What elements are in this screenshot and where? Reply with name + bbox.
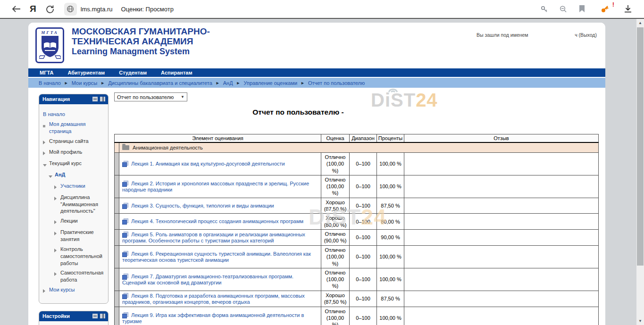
expanded-arrow-icon[interactable] [43, 164, 47, 167]
item-name-cell: Лекция 4. Технологический процесс создан… [119, 214, 321, 230]
percent-cell: 100,00 % [377, 175, 404, 198]
sidebar-item-label: Страницы сайта [49, 138, 89, 145]
grade-item-link[interactable]: Лекция 3. Сущность, функция, типология и… [131, 203, 274, 208]
lesson-icon [122, 293, 128, 299]
browser-toolbar: Я lms.mgta.ru Оценки: Просмотр ! [0, 0, 644, 19]
breadcrumb-separator-icon: ► [64, 81, 68, 85]
lesson-icon [122, 232, 128, 238]
scroll-up-icon[interactable]: ▲ [636, 21, 644, 25]
sidebar-item[interactable]: В начало [43, 111, 106, 118]
collapse-block-icon[interactable] [92, 97, 98, 101]
search-icon[interactable] [557, 3, 569, 15]
indent-cell [115, 307, 119, 325]
grade-report-table: Элемент оцениванияОценкаДиапазонПроценты… [114, 134, 599, 325]
breadcrumb-item-3[interactable]: Дисциплины бакалавриата и специалитета [108, 80, 212, 86]
collapsed-arrow-icon[interactable] [54, 197, 57, 200]
protect-alert-icon[interactable]: ! [599, 3, 611, 15]
grade-item-row: Лекция 4. Технологический процесс создан… [115, 214, 599, 230]
logout-link[interactable]: ч (Выход) [575, 32, 597, 38]
settings-tree: Управление оценкамиОбзорный отчетОтчет п… [39, 321, 108, 325]
sidebar-item[interactable]: АнД [49, 171, 106, 180]
collapse-block-icon[interactable] [92, 314, 98, 318]
site-header: МГТА МОСКОВСКАЯ ГУМАНИТАРНО- ТЕХНИЧЕСКАЯ… [28, 23, 605, 68]
collapsed-arrow-icon[interactable] [54, 249, 57, 252]
breadcrumb-item-1[interactable]: В начало [39, 80, 61, 86]
percent-cell: 80,00 % [377, 214, 404, 230]
collapsed-arrow-icon[interactable] [54, 185, 57, 189]
collapsed-arrow-icon[interactable] [54, 232, 57, 235]
report-type-select[interactable]: Отчет по пользователю ▼ [114, 92, 187, 101]
percent-cell: 100,00 % [377, 268, 404, 291]
sidebar-item: Практические занятия [54, 229, 106, 243]
grade-item-row: Лекция 8. Подготовка и разработка анимац… [115, 291, 599, 307]
indent-cell [115, 291, 119, 307]
back-icon[interactable] [10, 3, 22, 15]
indent-cell [115, 245, 119, 268]
breadcrumb-item-4[interactable]: АнД [223, 80, 233, 86]
grade-item-link[interactable]: Лекция 9. Игра как эффективная форма ани… [122, 312, 304, 324]
grade-item-link[interactable]: Лекция 8. Подготовка и разработка анимац… [122, 293, 305, 305]
grade-item-row: Лекция 2. История и хронология массовых … [115, 175, 599, 198]
collapsed-arrow-icon[interactable] [54, 220, 57, 224]
folder-icon [122, 145, 129, 150]
collapsed-arrow-icon[interactable] [43, 289, 45, 293]
sidebar-item[interactable]: Мои курсы [43, 286, 106, 295]
breadcrumb-item-2[interactable]: Мои курсы [72, 80, 97, 86]
grade-item-link[interactable]: Лекция 1. Анимация как вид культурно-дос… [131, 161, 285, 167]
grade-item-row: Лекция 1. Анимация как вид культурно-дос… [115, 153, 599, 175]
navigation-block-title: Навигация [42, 96, 90, 102]
report-select-value: Отчет по пользователю [117, 94, 174, 100]
grade-cell: Отлично(100,00 %) [321, 268, 350, 291]
breadcrumb-item-5[interactable]: Управление оценками [244, 80, 298, 86]
grade-percent: (100,00 %) [324, 276, 347, 290]
nav-item-3[interactable]: Студентам [119, 70, 147, 75]
sidebar-item[interactable]: Моя домашняя страница [43, 121, 106, 135]
site-title-line3: Learning Managment System [72, 47, 210, 56]
settings-block-title: Настройки [42, 313, 90, 319]
breadcrumb-item-6[interactable]: Отчет по пользователю [308, 80, 365, 86]
navigation-block-header: Навигация [39, 94, 108, 104]
sidebar-item[interactable]: Участники [54, 183, 106, 191]
dock-block-icon[interactable] [100, 97, 105, 101]
grade-item-link[interactable]: Лекция 6. Рекреационная сущность туристс… [122, 251, 311, 263]
scrollbar-thumb[interactable] [637, 27, 644, 266]
yandex-browser-icon[interactable]: Я [30, 4, 36, 14]
collapsed-arrow-icon[interactable] [43, 141, 45, 144]
grade-item-link[interactable]: Лекция 2. История и хронология массовых … [122, 181, 309, 192]
academy-crest-icon [39, 35, 61, 60]
grade-item-link[interactable]: Лекция 7. Драматургия анимационно-театра… [122, 274, 293, 285]
collapsed-arrow-icon[interactable] [43, 151, 45, 155]
bookmark-icon[interactable] [576, 3, 588, 15]
grade-item-link[interactable]: Лекция 5. Роль аниматоров в организации … [122, 232, 305, 243]
address-url[interactable]: lms.mgta.ru [81, 6, 113, 13]
download-icon[interactable] [622, 3, 634, 15]
page-scrollbar[interactable]: ▲ ▼ [636, 19, 644, 325]
nav-item-1[interactable]: МГТА [40, 70, 53, 75]
sidebar-item-label: Дисциплина "Анимационная деятельность" [60, 194, 106, 215]
range-cell: 0–100 [350, 198, 377, 214]
grade-word: Хорошо [324, 215, 347, 221]
collapsed-icon [54, 269, 60, 278]
collapsed-icon [43, 138, 49, 146]
scroll-down-icon[interactable]: ▼ [636, 319, 644, 323]
expanded-arrow-icon[interactable] [49, 175, 52, 178]
nav-item-2[interactable]: Абитуриентам [67, 70, 105, 75]
indent-cell [115, 175, 119, 198]
grade-item-link[interactable]: Лекция 4. Технологический процесс создан… [131, 218, 303, 224]
password-key-icon[interactable] [538, 3, 550, 15]
site-security-chip[interactable] [64, 3, 77, 16]
grade-word: Хорошо [324, 292, 347, 299]
range-cell: 0–100 [350, 229, 377, 245]
grade-percent: (90,00 %) [324, 237, 347, 244]
refresh-icon[interactable] [44, 3, 56, 15]
nav-item-4[interactable]: Аспирантам [161, 70, 192, 75]
collapsed-arrow-icon[interactable] [54, 272, 57, 276]
grade-word: Отлично [324, 176, 347, 183]
academy-logo[interactable]: МГТА [35, 27, 64, 63]
grade-cell: Отлично(90,00 %) [321, 229, 350, 245]
range-cell: 0–100 [350, 268, 377, 291]
range-cell: 0–100 [350, 307, 377, 325]
dock-block-icon[interactable] [100, 314, 105, 318]
sidebar-item: Страницы сайта [43, 138, 106, 146]
grade-cell: Хорошо(87,50 %) [321, 198, 350, 214]
